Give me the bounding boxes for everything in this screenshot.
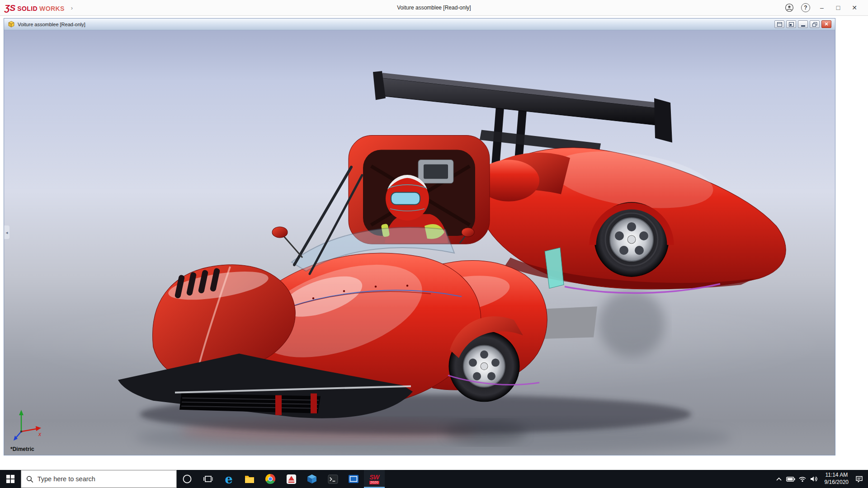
brand-works: WORKS	[39, 5, 65, 12]
taskbar-clock[interactable]: 11:14 AM 9/16/2020	[820, 472, 853, 486]
windows-taskbar: e SW 2020	[0, 470, 868, 488]
media-app-button[interactable]	[343, 470, 364, 488]
doc-minimize-button[interactable]	[798, 20, 808, 28]
task-view-button[interactable]	[198, 470, 218, 488]
menu-expand-arrow[interactable]: ›	[71, 5, 73, 11]
graphics-viewport[interactable]: x *Dimetric ◂	[4, 30, 835, 455]
volume-icon[interactable]	[808, 470, 820, 488]
solidworks-logo: ƷS SOLIDWORKS ›	[0, 4, 73, 12]
help-icon[interactable]: ?	[801, 3, 810, 12]
maximize-button[interactable]: □	[831, 2, 845, 14]
document-titlebar[interactable]: Voiture assomblee [Read-only] ✕	[4, 19, 835, 30]
taskbar-search[interactable]	[21, 470, 177, 488]
solidworks-app-icon: SW 2020	[369, 474, 379, 484]
window-controls: ? – □ ✕	[782, 2, 868, 14]
brand-solid: SOLID	[17, 5, 38, 12]
document-title: Voiture assomblee [Read-only]	[18, 22, 85, 27]
action-center-icon[interactable]	[853, 470, 865, 488]
document-window: Voiture assomblee [Read-only] ✕	[4, 18, 835, 455]
file-explorer-icon	[244, 474, 255, 484]
clock-date: 9/16/2020	[825, 479, 849, 486]
app-body: Voiture assomblee [Read-only] ✕	[0, 16, 868, 470]
minimize-icon	[801, 25, 805, 27]
network-icon[interactable]	[797, 470, 808, 488]
doc-close-button[interactable]: ✕	[821, 20, 831, 28]
chrome-icon	[265, 474, 276, 484]
cube-app-button[interactable]	[302, 470, 322, 488]
cube-app-icon	[307, 474, 317, 484]
dassault-mark: ƷS	[5, 4, 15, 12]
orientation-triad[interactable]: x	[11, 408, 45, 443]
search-icon	[26, 475, 33, 483]
task-view-icon	[203, 474, 213, 483]
minimize-button[interactable]: –	[815, 2, 829, 14]
battery-icon[interactable]	[785, 470, 797, 488]
view-orientation-label: *Dimetric	[10, 446, 34, 452]
start-button[interactable]	[0, 470, 21, 488]
red-app-icon	[286, 474, 297, 484]
document-window-buttons: ✕	[774, 20, 831, 28]
3d-race-car-model	[4, 30, 835, 455]
featuremanager-flyout-arrow[interactable]: ◂	[4, 225, 9, 239]
terminal-app-button[interactable]	[322, 470, 343, 488]
screen: ƷS SOLIDWORKS › Voiture assomblee [Read-…	[0, 0, 868, 488]
edge-button[interactable]: e	[218, 470, 239, 488]
windows-logo-icon	[6, 474, 15, 483]
clock-time: 11:14 AM	[825, 472, 849, 479]
app-titlebar: ƷS SOLIDWORKS › Voiture assomblee [Read-…	[0, 0, 868, 16]
window-title: Voiture assomblee [Read-only]	[0, 5, 868, 11]
account-icon[interactable]	[782, 2, 797, 14]
system-tray: 11:14 AM 9/16/2020	[773, 470, 868, 488]
assembly-icon	[8, 21, 15, 28]
red-app-button[interactable]	[281, 470, 302, 488]
tray-chevron-icon[interactable]	[773, 470, 785, 488]
terminal-icon	[328, 474, 338, 484]
window-preview-button[interactable]	[786, 20, 796, 28]
doc-restore-button[interactable]	[810, 20, 820, 28]
file-explorer-button[interactable]	[239, 470, 260, 488]
window-layout-button[interactable]	[774, 20, 784, 28]
close-button[interactable]: ✕	[847, 2, 862, 14]
edge-icon: e	[225, 473, 232, 485]
cortana-icon	[182, 474, 192, 484]
search-input[interactable]	[38, 475, 171, 483]
cortana-button[interactable]	[177, 470, 198, 488]
solidworks-2020-button[interactable]: SW 2020	[364, 470, 385, 488]
media-app-icon	[348, 474, 359, 484]
triad-x-label: x	[38, 431, 42, 437]
chrome-button[interactable]	[260, 470, 281, 488]
